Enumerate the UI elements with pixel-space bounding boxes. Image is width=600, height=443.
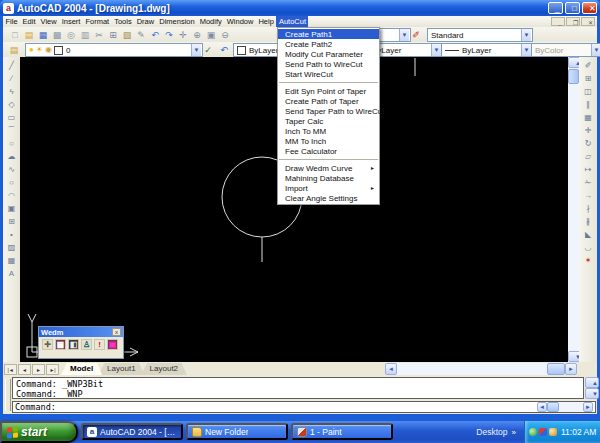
minimize-button[interactable]: _ <box>548 2 563 14</box>
make-layer-current-icon[interactable]: ✓ <box>201 43 215 56</box>
new-icon[interactable]: □ <box>8 28 22 41</box>
menu-item[interactable]: Edit Syn Point of Taper <box>278 86 379 96</box>
menubar-item[interactable]: Window <box>224 16 256 27</box>
stretch-icon[interactable]: ↦ <box>582 163 595 175</box>
menubar-item[interactable]: Format <box>83 16 112 27</box>
wedm-close-icon[interactable]: x <box>112 328 121 336</box>
tray-messenger-icon[interactable] <box>529 428 537 436</box>
dim-style-brush-icon[interactable]: ✐ <box>409 28 423 41</box>
zoom-window-icon[interactable]: ▣ <box>204 28 218 41</box>
menubar-item[interactable]: Draw <box>134 16 157 27</box>
menu-item[interactable]: Create Path of Taper <box>278 96 379 106</box>
undo-icon[interactable]: ↶ <box>148 28 162 41</box>
menubar-item[interactable]: Modify <box>197 16 224 27</box>
layer-combo[interactable]: ● ☀ ◉ 0 ▼ <box>25 43 203 57</box>
scale-icon[interactable]: ▱ <box>582 150 595 162</box>
text-style-combo[interactable]: Standard ▼ <box>427 28 533 42</box>
explode-icon[interactable]: ✶ <box>582 254 595 266</box>
chamfer-icon[interactable]: ◣ <box>582 228 595 240</box>
chevron-down-icon[interactable]: ▼ <box>191 44 201 56</box>
zoom-previous-icon[interactable]: ⊖ <box>218 28 232 41</box>
mirror-icon[interactable]: ◫ <box>582 85 595 97</box>
scroll-down-icon[interactable]: ▼ <box>585 388 599 399</box>
ellipse-arc-icon[interactable]: ◠ <box>5 189 18 201</box>
start-button[interactable]: start <box>0 421 78 443</box>
extend-icon[interactable]: → <box>582 189 595 201</box>
arc-icon[interactable]: ⌒ <box>5 124 18 136</box>
menubar-item[interactable]: View <box>38 16 59 27</box>
horizontal-scroll-thumb[interactable] <box>547 402 559 412</box>
menubar-item[interactable]: Tools <box>112 16 135 27</box>
construction-line-icon[interactable]: ∕ <box>5 72 18 84</box>
command-line-scrollbar[interactable]: ◄ ► <box>537 402 593 412</box>
tab-next-button[interactable]: ► <box>32 364 45 375</box>
menubar-item[interactable]: File <box>3 16 20 27</box>
scroll-up-icon[interactable]: ▲ <box>585 377 599 388</box>
menubar-item[interactable]: Insert <box>59 16 83 27</box>
publish-icon[interactable]: ▥ <box>78 28 92 41</box>
match-properties-icon[interactable]: ✎ <box>134 28 148 41</box>
menu-item[interactable]: Draw Wedm Curve ► <box>278 163 379 173</box>
chevron-down-icon[interactable]: ▼ <box>521 29 531 41</box>
command-history[interactable]: Command: _WNP3BitCommand: _WNP <box>12 377 584 399</box>
menu-item[interactable]: Send Taper Path to WireCut <box>278 106 379 116</box>
menu-item[interactable]: MM To Inch <box>278 136 379 146</box>
break-icon[interactable]: ∦ <box>582 215 595 227</box>
menu-item[interactable]: Clear Angle Settings <box>278 193 379 203</box>
menu-item[interactable]: Start WireCut <box>278 69 379 79</box>
wedm-floating-toolbar[interactable]: Wedm x ✛ ▦ ◧ ♙ ! ▣ <box>38 326 124 359</box>
scroll-right-icon[interactable]: ► <box>583 402 593 412</box>
paste-icon[interactable]: ▧ <box>120 28 134 41</box>
tray-volume-icon[interactable] <box>549 428 557 436</box>
menu-item[interactable]: Inch To MM <box>278 126 379 136</box>
desktop-toolbar[interactable]: Desktop » <box>476 421 516 443</box>
ellipse-icon[interactable]: ○ <box>5 176 18 188</box>
layout-tab[interactable]: Layout2 <box>141 363 187 375</box>
offset-icon[interactable]: ∥ <box>582 98 595 110</box>
menubar-item[interactable]: AutoCut <box>276 16 308 27</box>
polygon-icon[interactable]: ◇ <box>5 98 18 110</box>
move-icon[interactable]: ✛ <box>582 124 595 136</box>
close-button[interactable]: ✕ <box>582 2 597 14</box>
trim-icon[interactable]: ✁ <box>582 176 595 188</box>
copy-object-icon[interactable]: ⊞ <box>582 72 595 84</box>
spline-icon[interactable]: ∿ <box>5 163 18 175</box>
cut-icon[interactable]: ✂ <box>92 28 106 41</box>
circle-icon[interactable]: ○ <box>5 137 18 149</box>
break-at-point-icon[interactable]: ∤ <box>582 202 595 214</box>
command-window-grip[interactable] <box>5 379 11 411</box>
insert-block-icon[interactable]: ▣ <box>5 202 18 214</box>
canvas-horizontal-scrollbar[interactable]: ◄ ► <box>385 363 577 375</box>
layer-manager-icon[interactable]: ▤ <box>7 43 21 56</box>
menubar-item[interactable]: Edit <box>20 16 38 27</box>
taskbar-task-button[interactable]: New Folder <box>186 423 288 440</box>
taskbar-task-button[interactable]: a AutoCAD 2004 - [Dra... <box>81 423 183 440</box>
wedm-tool-3-icon[interactable]: ◧ <box>68 339 79 350</box>
line-icon[interactable]: ╱ <box>5 59 18 71</box>
layer-previous-icon[interactable]: ↶ <box>217 43 231 56</box>
menu-item[interactable]: Mahining Database <box>278 173 379 183</box>
erase-icon[interactable]: ✐ <box>582 59 595 71</box>
menu-item[interactable] <box>279 82 378 83</box>
chevron-down-icon[interactable]: ▼ <box>431 44 441 56</box>
chevron-down-icon[interactable]: ▼ <box>399 29 409 41</box>
region-icon[interactable]: ▦ <box>5 254 18 266</box>
command-input-line[interactable]: Command: ◄ ► <box>12 401 596 413</box>
canvas-vertical-scrollbar[interactable]: ▲ ▼ <box>568 57 579 362</box>
menu-item[interactable]: Create Path1 <box>278 29 379 39</box>
horizontal-scroll-thumb[interactable] <box>547 363 565 375</box>
mtext-icon[interactable]: A <box>5 267 18 279</box>
chevron-right-icon[interactable]: » <box>512 428 516 437</box>
polyline-icon[interactable]: ϟ <box>5 85 18 97</box>
make-block-icon[interactable]: ⊞ <box>5 215 18 227</box>
scroll-left-icon[interactable]: ◄ <box>385 363 397 375</box>
open-icon[interactable]: ▤ <box>22 28 36 41</box>
redo-icon[interactable]: ↷ <box>162 28 176 41</box>
wedm-tool-1-icon[interactable]: ✛ <box>42 339 53 350</box>
chevron-down-icon[interactable]: ▼ <box>521 44 531 56</box>
plot-preview-icon[interactable]: ◎ <box>64 28 78 41</box>
layout-tab[interactable]: Model <box>61 363 102 375</box>
menu-item[interactable]: Modify Cut Parameter <box>278 49 379 59</box>
wedm-tool-6-icon[interactable]: ▣ <box>107 339 118 350</box>
scroll-left-icon[interactable]: ◄ <box>537 402 547 412</box>
